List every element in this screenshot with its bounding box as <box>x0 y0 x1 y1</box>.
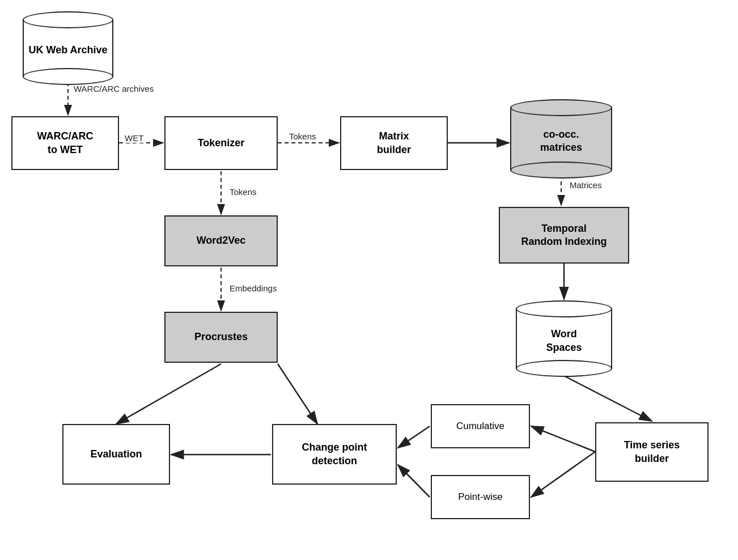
svg-line-17 <box>278 364 317 424</box>
warc-to-wet-label: WARC/ARCto WET <box>37 130 94 156</box>
uk-web-archive-node: UK Web Archive <box>23 11 113 85</box>
label-warc-arc-archives: WARC/ARC archives <box>74 84 154 94</box>
label-tokens2: Tokens <box>230 187 257 197</box>
label-wet: WET <box>125 133 143 143</box>
label-embeddings: Embeddings <box>230 283 277 293</box>
svg-line-14 <box>398 465 430 497</box>
temporal-ri-node: TemporalRandom Indexing <box>499 207 629 264</box>
label-tokens1: Tokens <box>289 131 316 141</box>
svg-line-11 <box>531 426 595 452</box>
temporal-ri-label: TemporalRandom Indexing <box>521 222 606 249</box>
uk-web-archive-label: UK Web Archive <box>28 44 107 57</box>
word-spaces-node: WordSpaces <box>516 300 612 377</box>
word-spaces-label: WordSpaces <box>546 328 582 354</box>
svg-line-12 <box>531 452 595 497</box>
coocc-matrices-label: co-occ.matrices <box>540 128 582 155</box>
svg-line-16 <box>116 364 221 424</box>
matrix-builder-node: Matrixbuilder <box>340 116 448 170</box>
cumulative-node: Cumulative <box>431 404 530 448</box>
svg-line-13 <box>398 426 430 448</box>
warc-to-wet-node: WARC/ARCto WET <box>11 116 119 170</box>
coocc-matrices-node: co-occ.matrices <box>510 99 612 179</box>
time-series-builder-label: Time seriesbuilder <box>624 439 680 465</box>
evaluation-node: Evaluation <box>62 424 170 485</box>
word2vec-node: Word2Vec <box>164 215 278 266</box>
point-wise-label: Point-wise <box>458 491 502 503</box>
diagram-container: UK Web Archive WARC/ARCto WET Tokenizer … <box>0 0 738 560</box>
point-wise-node: Point-wise <box>431 475 530 519</box>
procrustes-label: Procrustes <box>194 330 248 343</box>
tokenizer-label: Tokenizer <box>198 137 245 150</box>
word2vec-label: Word2Vec <box>197 234 246 247</box>
cumulative-label: Cumulative <box>456 420 504 432</box>
evaluation-label: Evaluation <box>90 448 142 461</box>
time-series-builder-node: Time seriesbuilder <box>595 422 709 482</box>
procrustes-node: Procrustes <box>164 312 278 363</box>
matrix-builder-label: Matrixbuilder <box>377 130 411 156</box>
tokenizer-node: Tokenizer <box>164 116 278 170</box>
svg-line-10 <box>564 376 652 421</box>
change-point-detection-node: Change pointdetection <box>272 424 397 485</box>
change-point-detection-label: Change pointdetection <box>302 441 367 468</box>
label-matrices: Matrices <box>570 180 602 190</box>
